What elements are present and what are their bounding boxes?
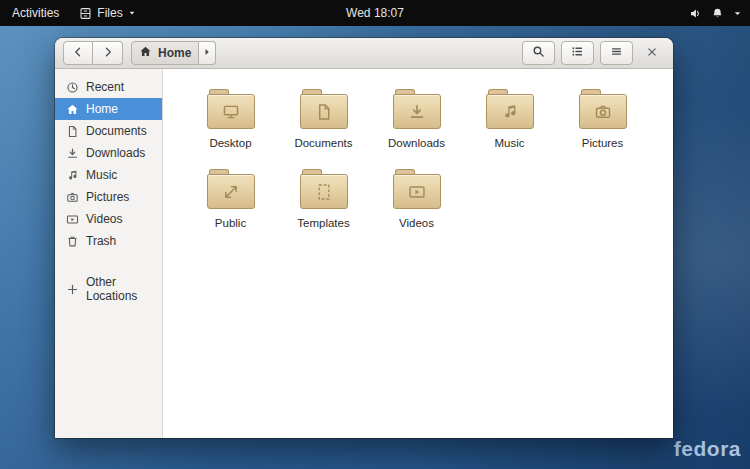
folder-downloads[interactable]: Downloads xyxy=(370,84,463,149)
app-menu-button[interactable]: Files xyxy=(71,0,143,26)
folder-label: Pictures xyxy=(582,137,624,149)
folder-label: Templates xyxy=(297,217,349,229)
sidebar-item-recent[interactable]: Recent xyxy=(55,76,162,98)
camera-icon xyxy=(66,191,79,204)
folder-label: Videos xyxy=(399,217,434,229)
music-emblem-icon xyxy=(501,103,519,121)
app-menu-label: Files xyxy=(97,6,122,20)
folder-icon xyxy=(300,169,348,209)
download-icon xyxy=(66,147,79,160)
sidebar-item-label: Music xyxy=(86,168,117,182)
folder-icon xyxy=(393,169,441,209)
activities-button[interactable]: Activities xyxy=(0,0,71,26)
folder-desktop[interactable]: Desktop xyxy=(184,84,277,149)
sidebar-item-label: Home xyxy=(86,102,118,116)
forward-icon xyxy=(102,46,114,61)
music-icon xyxy=(66,169,79,182)
folder-label: Documents xyxy=(294,137,352,149)
folder-icon xyxy=(207,89,255,129)
sidebar-item-label: Downloads xyxy=(86,146,145,160)
document-emblem-icon xyxy=(315,103,333,121)
video-icon xyxy=(66,213,79,226)
sidebar-item-label: Other Locations xyxy=(86,275,156,303)
close-icon xyxy=(646,46,658,61)
caret-right-icon xyxy=(202,46,212,60)
folder-icon xyxy=(393,89,441,129)
path-label: Home xyxy=(158,46,191,60)
home-icon xyxy=(139,45,152,61)
system-menu-caret-icon[interactable] xyxy=(733,9,742,18)
folder-music[interactable]: Music xyxy=(463,84,556,149)
nav-button-group xyxy=(63,41,123,65)
search-icon xyxy=(532,45,545,61)
path-bar: Home xyxy=(131,41,216,65)
plus-icon xyxy=(66,283,79,296)
forward-button[interactable] xyxy=(93,41,123,65)
sidebar-item-home[interactable]: Home xyxy=(55,98,162,120)
folder-label: Music xyxy=(494,137,524,149)
trash-icon xyxy=(66,235,79,248)
sidebar-item-other-locations[interactable]: Other Locations xyxy=(55,271,162,307)
sidebar-item-label: Pictures xyxy=(86,190,129,204)
view-toggle-button[interactable] xyxy=(561,41,594,65)
content-area: DesktopDocumentsDownloadsMusicPicturesPu… xyxy=(163,69,673,438)
files-window: Home RecentHomeDocumentsDownloadsMusicPi… xyxy=(55,38,673,438)
sidebar-item-pictures[interactable]: Pictures xyxy=(55,186,162,208)
camera-emblem-icon xyxy=(594,103,612,121)
path-button-home[interactable]: Home xyxy=(131,41,199,65)
list-view-icon xyxy=(571,45,584,61)
file-grid: DesktopDocumentsDownloadsMusicPicturesPu… xyxy=(184,84,673,229)
sidebar-item-label: Videos xyxy=(86,212,122,226)
close-button[interactable] xyxy=(639,41,665,65)
desktop-emblem-icon xyxy=(222,103,240,121)
sidebar-item-label: Trash xyxy=(86,234,116,248)
sidebar-item-videos[interactable]: Videos xyxy=(55,208,162,230)
folder-icon xyxy=(300,89,348,129)
back-icon xyxy=(72,46,84,61)
document-icon xyxy=(66,125,79,138)
folder-templates[interactable]: Templates xyxy=(277,164,370,229)
sidebar: RecentHomeDocumentsDownloadsMusicPicture… xyxy=(55,69,163,438)
path-expander-button[interactable] xyxy=(199,41,216,65)
folder-label: Public xyxy=(215,217,246,229)
template-emblem-icon xyxy=(315,183,333,201)
system-status-area[interactable] xyxy=(689,0,742,26)
folder-icon xyxy=(486,89,534,129)
sidebar-item-downloads[interactable]: Downloads xyxy=(55,142,162,164)
video-emblem-icon xyxy=(408,183,426,201)
folder-icon xyxy=(207,169,255,209)
folder-videos[interactable]: Videos xyxy=(370,164,463,229)
files-app-icon xyxy=(79,7,92,20)
sidebar-item-label: Documents xyxy=(86,124,147,138)
top-bar: Activities Files Wed 18:07 xyxy=(0,0,750,26)
search-button[interactable] xyxy=(522,41,555,65)
hamburger-icon xyxy=(610,45,623,61)
folder-icon xyxy=(579,89,627,129)
headerbar: Home xyxy=(55,38,673,69)
sidebar-item-label: Recent xyxy=(86,80,124,94)
back-button[interactable] xyxy=(63,41,93,65)
folder-documents[interactable]: Documents xyxy=(277,84,370,149)
sidebar-list: RecentHomeDocumentsDownloadsMusicPicture… xyxy=(55,76,162,307)
folder-label: Downloads xyxy=(388,137,445,149)
sidebar-item-music[interactable]: Music xyxy=(55,164,162,186)
sidebar-item-documents[interactable]: Documents xyxy=(55,120,162,142)
recent-icon xyxy=(66,81,79,94)
sidebar-item-trash[interactable]: Trash xyxy=(55,230,162,252)
notifications-bell-icon[interactable] xyxy=(711,7,724,20)
volume-icon[interactable] xyxy=(689,7,702,20)
download-emblem-icon xyxy=(408,103,426,121)
clock[interactable]: Wed 18:07 xyxy=(346,6,404,20)
folder-pictures[interactable]: Pictures xyxy=(556,84,649,149)
share-emblem-icon xyxy=(222,183,240,201)
headerbar-actions xyxy=(522,41,665,65)
folder-label: Desktop xyxy=(209,137,251,149)
folder-public[interactable]: Public xyxy=(184,164,277,229)
fedora-wallpaper-logo: fedora xyxy=(674,437,741,461)
caret-down-icon xyxy=(128,9,136,17)
window-body: RecentHomeDocumentsDownloadsMusicPicture… xyxy=(55,69,673,438)
home-icon xyxy=(66,103,79,116)
menu-button[interactable] xyxy=(600,41,633,65)
